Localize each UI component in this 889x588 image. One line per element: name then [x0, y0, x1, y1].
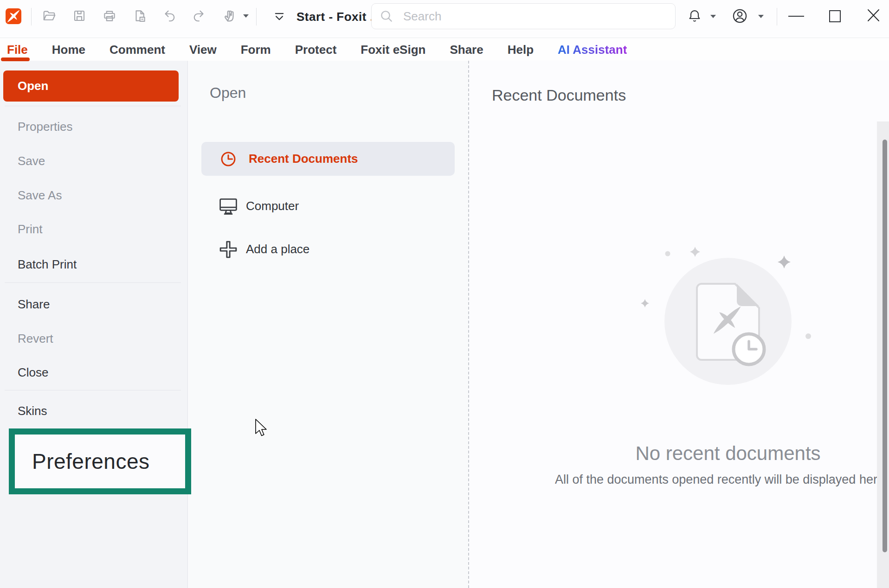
sidebar-divider: [5, 390, 181, 390]
recent-documents-panel: Recent Documents No recent documents: [468, 61, 889, 588]
place-item-recent-documents[interactable]: Recent Documents: [201, 142, 455, 176]
sidebar-divider: [5, 106, 181, 106]
file-tab-active-indicator: [1, 58, 30, 61]
undo-icon[interactable]: [162, 9, 176, 23]
sidebar-item-save-as: Save As: [0, 185, 188, 205]
scrollbar-track[interactable]: [877, 121, 889, 588]
open-folder-icon[interactable]: [42, 9, 56, 23]
menu-tab-file[interactable]: File: [7, 43, 28, 57]
sparkle-icon: [778, 256, 791, 268]
maximize-button[interactable]: [829, 10, 841, 23]
menu-tab-foxit-esign[interactable]: Foxit eSign: [361, 43, 425, 57]
foxit-logo-icon[interactable]: [6, 8, 21, 24]
sidebar-item-close[interactable]: Close: [0, 362, 188, 383]
sidebar-item-label: Open: [18, 79, 48, 93]
sidebar-item-preferences-label[interactable]: Preferences: [15, 449, 150, 474]
clock-icon: [218, 149, 238, 169]
sparkle-icon: [690, 247, 700, 257]
sidebar-item-save: Save: [0, 151, 188, 171]
open-panel: Open Recent Documents Computer Add a pla…: [188, 61, 468, 588]
account-dropdown-caret[interactable]: [758, 15, 764, 18]
account-icon[interactable]: [731, 7, 748, 25]
sidebar-item-open[interactable]: Open: [3, 70, 179, 102]
save-icon[interactable]: [72, 9, 86, 23]
place-item-computer[interactable]: Computer: [201, 189, 455, 223]
notifications-dropdown-caret[interactable]: [710, 15, 716, 18]
menu-tab-help[interactable]: Help: [508, 43, 534, 57]
minimize-button[interactable]: [787, 9, 805, 24]
hand-tool-dropdown-caret[interactable]: [243, 14, 249, 18]
toolbar-divider: [31, 8, 32, 26]
decor-dot: [665, 251, 670, 256]
notifications-bell-icon[interactable]: [687, 8, 702, 23]
menu-bar: File Home Comment View Form Protect Foxi…: [0, 38, 889, 61]
sidebar-item-print: Print: [0, 219, 188, 239]
window-title: Start - Foxit ...: [296, 10, 381, 24]
sidebar-item-batch-print[interactable]: Batch Print: [0, 254, 188, 275]
open-panel-heading: Open: [210, 84, 246, 102]
menu-tab-protect[interactable]: Protect: [295, 43, 337, 57]
mouse-cursor: [255, 419, 269, 439]
empty-state-subtitle: All of the documents opened recently wil…: [555, 473, 877, 487]
hand-tool-icon[interactable]: [221, 7, 238, 24]
menu-tab-ai-assistant[interactable]: AI Assistant: [558, 43, 627, 57]
collapse-toolbar-icon[interactable]: [272, 10, 286, 24]
sidebar-item-revert: Revert: [0, 328, 188, 349]
menu-tab-view[interactable]: View: [189, 43, 217, 57]
menu-tab-share[interactable]: Share: [450, 43, 483, 57]
computer-icon: [218, 196, 238, 217]
toolbar-divider: [256, 8, 257, 26]
sidebar-item-share[interactable]: Share: [0, 294, 188, 314]
toolbar-divider: [777, 8, 777, 26]
title-bar: Start - Foxit ...: [0, 0, 889, 38]
decor-dot: [805, 333, 811, 339]
sparkle-icon: [641, 299, 649, 307]
search-box[interactable]: [371, 3, 676, 29]
page-extract-icon[interactable]: [133, 9, 147, 23]
place-item-label: Computer: [246, 199, 299, 213]
place-item-add-a-place[interactable]: Add a place: [201, 232, 455, 266]
file-backstage: Open Properties Save Save As Print Batch…: [0, 61, 889, 588]
sidebar-item-preferences-highlight-box[interactable]: Preferences: [9, 428, 191, 494]
print-icon[interactable]: [103, 9, 116, 23]
scrollbar-thumb[interactable]: [883, 140, 887, 552]
place-item-label: Add a place: [246, 242, 309, 256]
search-input[interactable]: [403, 9, 654, 24]
sidebar-item-skins[interactable]: Skins: [0, 401, 188, 421]
place-item-label: Recent Documents: [249, 152, 358, 166]
menu-tab-comment[interactable]: Comment: [110, 43, 165, 57]
empty-state-title: No recent documents: [558, 442, 889, 465]
file-menu-sidebar: Open Properties Save Save As Print Batch…: [0, 61, 188, 588]
sidebar-divider: [5, 282, 181, 283]
menu-tab-home[interactable]: Home: [52, 43, 85, 57]
sidebar-item-properties: Properties: [0, 116, 188, 137]
close-button[interactable]: [867, 8, 880, 22]
menu-tab-form[interactable]: Form: [241, 43, 271, 57]
redo-icon[interactable]: [192, 9, 206, 23]
search-icon: [379, 9, 394, 24]
plus-icon: [218, 239, 238, 260]
empty-state-illustration: [632, 230, 827, 415]
recent-documents-title: Recent Documents: [492, 86, 626, 104]
